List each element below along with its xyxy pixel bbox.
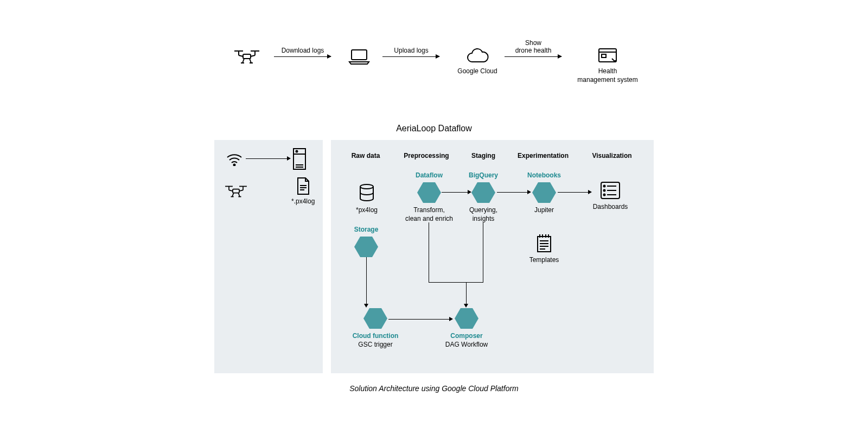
arr-bq-nb-head xyxy=(527,190,531,194)
drone-icon xyxy=(233,49,260,65)
svg-point-37 xyxy=(604,186,605,187)
col-pre: Preprocessing xyxy=(399,152,454,159)
svg-rect-16 xyxy=(293,149,305,169)
cloudfn-teal: Cloud function xyxy=(348,332,403,340)
arr-cf-comp-head xyxy=(449,317,453,321)
figure-caption: Solution Architecture using Google Cloud… xyxy=(349,384,519,393)
dash-label: Dashboards xyxy=(588,203,633,212)
arr-storage-cf-head xyxy=(364,304,368,308)
storage-node: Storage xyxy=(348,226,384,257)
svg-rect-25 xyxy=(233,189,239,193)
svg-line-8 xyxy=(250,59,251,63)
arr-join xyxy=(429,282,483,283)
nb-sub: Jupiter xyxy=(524,206,564,215)
hexagon-icon xyxy=(455,308,478,329)
arrow-download-label: Download logs xyxy=(282,47,324,54)
arr-join-down xyxy=(466,282,467,304)
left-panel: *.px4log xyxy=(214,140,323,373)
templates-label: Templates xyxy=(525,256,563,265)
hms-node: Health management system xyxy=(575,47,640,84)
db-node: *px4log xyxy=(352,183,382,215)
bq-teal: BigQuery xyxy=(464,171,502,179)
dashboard-icon xyxy=(597,47,618,65)
laptop-node xyxy=(347,48,371,65)
hexagon-icon xyxy=(417,182,441,203)
wifi-arrow xyxy=(246,158,287,159)
top-flow: Download logs Upload logs Google Cloud S… xyxy=(233,43,646,103)
wifi-icon xyxy=(226,153,242,166)
arr-join-head xyxy=(464,304,468,308)
svg-line-29 xyxy=(238,193,240,197)
drone-icon xyxy=(224,184,248,199)
svg-rect-14 xyxy=(602,54,606,58)
database-icon xyxy=(358,183,375,203)
svg-point-15 xyxy=(234,164,235,166)
file-node: *.px4log xyxy=(291,177,315,205)
svg-line-6 xyxy=(251,55,255,56)
svg-point-18 xyxy=(296,151,298,152)
svg-point-39 xyxy=(604,190,605,192)
section-title: AeriaLoop Dataflow xyxy=(396,124,472,133)
arr-df-down xyxy=(429,222,429,282)
arr-df-bq xyxy=(442,192,468,193)
cloud-node: Google Cloud xyxy=(456,48,499,75)
arrow-upload-label: Upload logs xyxy=(394,47,428,54)
col-exp: Experimentation xyxy=(513,152,573,159)
file-icon xyxy=(296,177,311,195)
arr-bq-down xyxy=(483,222,483,282)
wifi-node xyxy=(226,153,242,166)
server-icon xyxy=(292,148,307,170)
arr-bq-nb xyxy=(497,192,527,193)
hexagon-icon xyxy=(354,237,378,257)
cloud-icon xyxy=(464,48,490,65)
right-panel: Raw data Preprocessing Staging Experimen… xyxy=(331,140,654,373)
bigquery-node: BigQuery Querying, insights xyxy=(464,171,502,223)
col-raw: Raw data xyxy=(344,152,387,159)
arr-nb-dash xyxy=(558,192,588,193)
arr-nb-dash-head xyxy=(588,190,592,194)
arrow-download xyxy=(274,56,331,57)
svg-rect-4 xyxy=(243,54,251,59)
dataflow-teal: Dataflow xyxy=(405,171,454,179)
cloudfn-sub: GSC trigger xyxy=(348,341,403,349)
composer-node: Composer DAG Workflow xyxy=(439,308,494,349)
arrow-health xyxy=(505,56,561,57)
hexagon-icon xyxy=(363,308,387,329)
templates-node: Templates xyxy=(525,233,563,265)
hms-label: Health management system xyxy=(575,67,640,84)
dashboards-node: Dashboards xyxy=(588,181,633,212)
svg-rect-11 xyxy=(352,50,367,60)
wifi-arrowhead xyxy=(287,156,291,161)
cloudfn-node: Cloud function GSC trigger xyxy=(348,308,403,349)
notepad-icon xyxy=(535,233,553,253)
db-label: *px4log xyxy=(352,206,382,215)
arr-storage-cf xyxy=(366,257,367,304)
arrow-health-label: Show drone health xyxy=(515,39,552,55)
server-node xyxy=(292,148,307,170)
file-label: *.px4log xyxy=(291,197,315,205)
svg-point-41 xyxy=(604,194,605,196)
dataflow-node: Dataflow Transform, clean and enrich xyxy=(405,171,454,223)
arr-df-bq-head xyxy=(468,190,471,194)
drone2-node xyxy=(224,184,248,199)
cloud-label: Google Cloud xyxy=(456,67,499,75)
arr-cf-comp xyxy=(388,319,449,320)
hexagon-icon xyxy=(471,182,495,203)
dataflow-sub: Transform, clean and enrich xyxy=(405,206,454,223)
hexagon-icon xyxy=(532,182,556,203)
bq-sub: Querying, insights xyxy=(464,206,502,223)
svg-line-5 xyxy=(239,55,243,56)
svg-line-26 xyxy=(229,190,233,191)
nb-teal: Notebooks xyxy=(524,171,564,179)
svg-line-27 xyxy=(239,190,243,191)
drone-node xyxy=(233,49,260,65)
svg-line-28 xyxy=(232,193,234,197)
col-viz: Visualization xyxy=(585,152,639,159)
composer-teal: Composer xyxy=(439,332,494,340)
svg-line-7 xyxy=(242,59,244,63)
storage-teal: Storage xyxy=(348,226,384,233)
col-stg: Staging xyxy=(464,152,502,159)
arrow-upload xyxy=(382,56,439,57)
composer-sub: DAG Workflow xyxy=(439,341,494,349)
dashboards-icon xyxy=(600,181,621,200)
